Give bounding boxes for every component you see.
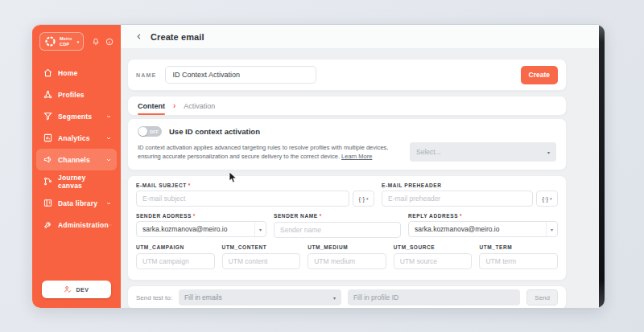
tab-separator-icon: › <box>173 101 175 110</box>
megaphone-icon <box>43 155 52 164</box>
tab-activation[interactable]: Activation <box>184 96 215 115</box>
name-input[interactable] <box>165 66 316 84</box>
workspace-switcher[interactable]: Meiro CDP ▾ <box>39 32 84 51</box>
funnel-icon <box>43 112 52 121</box>
sidebar: Meiro CDP ▾ Home Profiles <box>32 25 121 308</box>
id-context-toggle[interactable]: OFF <box>138 126 162 137</box>
id-context-title: Use ID context activation <box>169 127 260 136</box>
toggle-knob <box>138 127 147 136</box>
variable-icon: {·} <box>358 195 365 203</box>
sidebar-item-data-library[interactable]: Data library <box>32 192 121 214</box>
reply-address-label: REPLY ADDRESS* <box>408 213 558 219</box>
user-check-icon <box>64 285 72 293</box>
sender-address-value: sarka.kozmanova@meiro.io <box>142 225 227 233</box>
utm-campaign-input[interactable] <box>136 253 215 269</box>
create-button[interactable]: Create <box>521 66 558 84</box>
send-test-card: Send test to: Fill in emails ▾ Send <box>127 285 567 308</box>
select-placeholder: Select... <box>416 148 441 156</box>
utm-content-input[interactable] <box>222 253 301 269</box>
sidebar-item-label: Journey canvas <box>58 174 112 190</box>
sidebar-item-administration[interactable]: Administration <box>32 214 121 236</box>
dev-label: DEV <box>76 287 89 293</box>
reply-address-value: sarka.kozmanova@meiro.io <box>415 225 499 233</box>
sidebar-item-analytics[interactable]: Analytics <box>32 127 121 149</box>
subject-input[interactable] <box>136 191 349 207</box>
utm-source-label: UTM_SOURCE <box>394 244 473 250</box>
send-button[interactable]: Send <box>526 289 558 305</box>
chevron-down-icon: ▾ <box>550 196 552 201</box>
app-window: Meiro CDP ▾ Home Profiles <box>32 24 605 308</box>
chevron-down-icon <box>105 157 112 163</box>
chevron-down-icon <box>109 222 112 228</box>
chevron-down-icon: ▾ <box>77 39 80 44</box>
dev-user-button[interactable]: DEV <box>42 281 111 298</box>
utm-source-input[interactable] <box>394 253 473 269</box>
id-context-card: OFF Use ID context activation ID context… <box>127 118 567 170</box>
sidebar-header: Meiro CDP ▾ <box>39 32 114 51</box>
sender-name-input[interactable] <box>274 222 401 238</box>
utm-term-label: UTM_TERM <box>479 244 558 250</box>
sidebar-item-channels[interactable]: Channels <box>36 149 117 170</box>
chevron-down-icon: ▾ <box>333 295 336 301</box>
required-mark: * <box>193 213 196 219</box>
id-context-select[interactable]: Select... ▾ <box>410 142 556 162</box>
chevron-down-icon <box>105 135 112 141</box>
window-right-edge <box>599 25 605 308</box>
sender-address-label: SENDER ADDRESS* <box>136 213 266 219</box>
sidebar-item-label: Channels <box>58 156 90 164</box>
profile-id-input[interactable] <box>348 289 520 305</box>
tabs-bar: Content › Activation <box>127 96 567 116</box>
utm-content-label: UTM_CONTENT <box>222 244 301 250</box>
back-icon[interactable] <box>134 32 143 41</box>
tab-content[interactable]: Content <box>138 96 165 115</box>
chart-icon <box>43 133 52 142</box>
sidebar-item-profiles[interactable]: Profiles <box>32 84 121 105</box>
sender-name-label: SENDER NAME* <box>274 213 401 219</box>
required-mark: * <box>460 213 462 219</box>
utm-medium-input[interactable] <box>308 253 386 269</box>
id-context-description: ID context activation applies advanced t… <box>138 143 407 162</box>
sidebar-item-label: Segments <box>58 113 92 121</box>
name-card: NAME Create <box>127 59 567 91</box>
main-area: Create email NAME Create Content › Activ… <box>121 25 605 308</box>
insert-variable-button[interactable]: {·}▾ <box>353 191 374 207</box>
info-icon[interactable] <box>105 38 114 46</box>
sidebar-item-label: Administration <box>58 221 109 229</box>
subject-label: E-MAIL SUBJECT* <box>136 182 374 188</box>
learn-more-link[interactable]: Learn More <box>341 153 372 160</box>
sidebar-item-journey-canvas[interactable]: Journey canvas <box>32 170 121 192</box>
send-test-label: Send test to: <box>136 294 172 301</box>
utm-medium-label: UTM_MEDIUM <box>308 244 386 250</box>
profiles-icon <box>43 90 52 99</box>
page-header: Create email <box>121 25 605 49</box>
insert-variable-button[interactable]: {·}▾ <box>536 191 558 207</box>
page-title: Create email <box>151 32 204 42</box>
preheader-input[interactable] <box>382 191 533 207</box>
reply-address-select[interactable]: sarka.kozmanova@meiro.io ▾ <box>408 221 558 237</box>
page-content: NAME Create Content › Activation OFF Use… <box>121 49 605 308</box>
chevron-down-icon <box>105 200 112 207</box>
variable-icon: {·} <box>542 195 548 203</box>
journey-icon <box>43 177 52 186</box>
library-icon <box>43 199 52 207</box>
email-form-card: E-MAIL SUBJECT* {·}▾ E-MAIL PREHEADER {·… <box>127 175 567 281</box>
toggle-state-label: OFF <box>150 129 159 134</box>
chevron-down-icon: ▾ <box>366 196 369 201</box>
sidebar-item-segments[interactable]: Segments <box>32 105 121 127</box>
required-mark: * <box>320 213 322 219</box>
sidebar-nav: Home Profiles Segments Analytics Channel… <box>32 62 121 236</box>
mouse-cursor <box>229 172 238 183</box>
bell-icon[interactable] <box>92 38 100 46</box>
chevron-down-icon <box>105 113 112 120</box>
meiro-logo-icon <box>44 35 56 47</box>
workspace-name: Meiro CDP <box>60 36 72 47</box>
preheader-label: E-MAIL PREHEADER <box>382 182 558 188</box>
sidebar-item-label: Analytics <box>58 134 90 142</box>
chevron-down-icon: ▾ <box>546 222 557 236</box>
sidebar-item-label: Home <box>58 69 77 77</box>
sidebar-item-label: Profiles <box>58 91 85 99</box>
send-test-emails-select[interactable]: Fill in emails ▾ <box>179 289 341 305</box>
sidebar-item-home[interactable]: Home <box>32 62 121 84</box>
sender-address-select[interactable]: sarka.kozmanova@meiro.io ▾ <box>136 221 266 237</box>
utm-term-input[interactable] <box>479 253 558 269</box>
